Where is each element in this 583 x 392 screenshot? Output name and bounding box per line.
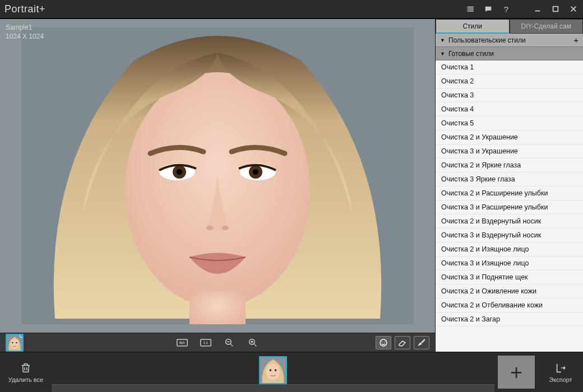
preset-styles-label: Готовые стили (448, 50, 494, 58)
chevron-down-icon: ▼ (440, 38, 445, 43)
style-item[interactable]: Очистка 2 и Вздернутый носик (436, 214, 583, 228)
maximize-icon[interactable] (550, 4, 561, 14)
style-item[interactable]: Очистка 3 и Расширение улыбки (436, 200, 583, 214)
svg-point-27 (266, 363, 280, 380)
preset-styles-header[interactable]: ▼ Готовые стили (436, 47, 583, 60)
style-item[interactable]: Очистка 4 (436, 102, 583, 116)
style-item[interactable]: Очистка 3 и Вздернутый носик (436, 228, 583, 242)
portrait-image (21, 27, 414, 324)
style-item[interactable]: Очистка 3 и Изящное лицо (436, 256, 583, 270)
style-item[interactable]: Очистка 3 (436, 88, 583, 102)
style-item[interactable]: Очистка 2 и Яркие глаза (436, 158, 583, 172)
thumbnail-strip[interactable] (52, 352, 494, 392)
help-icon[interactable]: ? (501, 4, 511, 14)
tab-styles[interactable]: Стили (436, 19, 510, 34)
svg-rect-11 (189, 291, 246, 324)
app-title: Portrait+ (4, 3, 45, 15)
svg-point-15 (12, 342, 13, 343)
style-item[interactable]: Очистка 2 и Отбеливание кожи (436, 298, 583, 312)
chat-icon[interactable] (483, 4, 493, 14)
style-item[interactable]: Очистка 3 Яркие глаза (436, 172, 583, 186)
canvas[interactable]: Sample1 1024 X 1024 (0, 19, 435, 333)
strip-scrollbar[interactable] (52, 384, 494, 392)
image-name: Sample1 (6, 24, 44, 32)
image-info: Sample1 1024 X 1024 (6, 24, 44, 41)
eraser-tool-icon[interactable] (395, 336, 410, 349)
actual-size-icon[interactable]: 1:1 (198, 336, 214, 349)
user-styles-label: Пользовательские стили (448, 36, 526, 44)
export-button[interactable]: Экспорт (538, 352, 583, 392)
zoom-out-icon[interactable] (221, 336, 237, 349)
title-bar: Portrait+ ? (0, 0, 583, 18)
styles-panel: Стили DIY-Сделай сам ▼ Пользовательские … (435, 19, 583, 352)
footer: Удалить все + Экспорт (0, 352, 583, 392)
svg-point-14 (11, 339, 18, 349)
add-style-icon[interactable]: + (573, 35, 579, 45)
svg-point-9 (206, 226, 213, 230)
svg-point-16 (16, 342, 17, 343)
svg-text:B|A: B|A (179, 341, 184, 344)
workspace: Sample1 1024 X 1024 (0, 19, 435, 352)
svg-point-25 (385, 341, 386, 342)
svg-point-28 (270, 369, 272, 371)
svg-point-24 (382, 341, 383, 342)
delete-all-button[interactable]: Удалить все (0, 352, 52, 392)
style-item[interactable]: Очистка 5 (436, 116, 583, 130)
style-item[interactable]: Очистка 2 и Загар (436, 312, 583, 326)
style-item[interactable]: Очистка 2 (436, 74, 583, 88)
list-icon[interactable] (465, 4, 475, 14)
style-item[interactable]: Очистка 2 и Оживление кожи (436, 284, 583, 298)
image-dimensions: 1024 X 1024 (6, 32, 44, 41)
svg-point-10 (222, 226, 229, 230)
style-item[interactable]: Очистка 1 (436, 60, 583, 74)
face-thumbnail[interactable] (6, 334, 24, 352)
smiley-tool-icon[interactable] (376, 336, 391, 349)
style-item[interactable]: Очистка 2 и Изящное лицо (436, 242, 583, 256)
style-item[interactable]: Очистка 2 и Украшение (436, 130, 583, 144)
svg-text:1:1: 1:1 (203, 341, 208, 344)
style-item[interactable]: Очистка 3 и Украшение (436, 144, 583, 158)
chevron-down-icon: ▼ (440, 51, 445, 57)
svg-point-29 (275, 369, 277, 371)
style-list[interactable]: Очистка 1Очистка 2Очистка 3Очистка 4Очис… (436, 60, 583, 352)
minimize-icon[interactable] (533, 4, 543, 14)
before-after-icon[interactable]: B|A (174, 336, 190, 349)
style-item[interactable]: Очистка 2 и Расширение улыбки (436, 186, 583, 200)
close-icon[interactable] (568, 4, 579, 14)
style-item[interactable]: Очистка 3 и Поднятие щек (436, 270, 583, 284)
svg-point-7 (177, 169, 182, 175)
svg-point-8 (253, 169, 258, 175)
strip-thumbnail[interactable] (259, 356, 287, 384)
add-image-button[interactable]: + (498, 356, 535, 389)
tab-diy[interactable]: DIY-Сделай сам (510, 19, 584, 34)
user-styles-header[interactable]: ▼ Пользовательские стили + (436, 34, 583, 47)
export-label: Экспорт (549, 376, 572, 383)
svg-rect-0 (553, 7, 558, 12)
brush-tool-icon[interactable] (414, 336, 429, 349)
delete-all-label: Удалить все (8, 376, 43, 383)
canvas-toolbar: B|A 1:1 (0, 333, 435, 352)
plus-icon: + (510, 362, 522, 383)
zoom-in-icon[interactable] (245, 336, 261, 349)
